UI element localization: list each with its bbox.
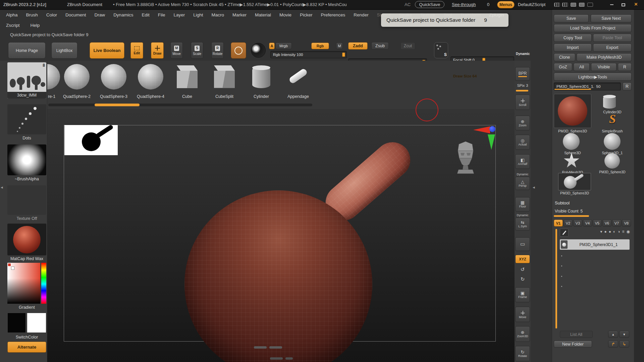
folder-move-up-button[interactable]: ↱ (608, 341, 618, 348)
live-boolean-button[interactable]: Live Boolean (90, 42, 124, 59)
scroll-handle[interactable] (270, 357, 283, 360)
eye-visibility-icon[interactable]: ◉ (627, 229, 630, 234)
save-next-button[interactable]: Save Next (591, 14, 632, 22)
rgb-intensity-slider[interactable]: Rgb Intensity 100 (270, 51, 347, 58)
menu-item-marker[interactable]: Marker (232, 12, 247, 17)
expand-icon[interactable]: ▾ (600, 229, 602, 234)
shelf-scrollbar-thumb[interactable] (95, 104, 140, 106)
transpose-display-button[interactable]: ▭ (515, 237, 530, 251)
canvas-hscroll-lower[interactable] (270, 357, 293, 360)
scroll-handle[interactable] (254, 346, 267, 349)
draw-button[interactable]: Draw (151, 42, 164, 59)
menu-item-brush[interactable]: Brush (26, 12, 38, 17)
subtool-list-scrollbar[interactable] (555, 229, 557, 328)
channel-mrgb-button[interactable]: Mrgb (275, 43, 292, 49)
zcut-button[interactable]: Zcut (400, 42, 415, 50)
stroke-thumbnail[interactable] (7, 104, 46, 134)
alpha-thumbnail[interactable] (7, 144, 46, 175)
persp-button[interactable]: △ Persp (515, 177, 530, 190)
scroll-tool-button[interactable]: Scroll (515, 95, 530, 110)
move-button[interactable]: M Move (170, 42, 183, 59)
menu-item-draw[interactable]: Draw (95, 12, 105, 17)
paste-tool-button[interactable]: Paste Tool (593, 34, 632, 42)
tool-thumb-simplebrush[interactable]: S (602, 110, 623, 128)
move-view-button[interactable]: Move (515, 307, 530, 322)
focal-s-icon[interactable]: S (434, 42, 448, 58)
menu-item-layer[interactable]: Layer (173, 12, 185, 17)
rotate-button[interactable]: R Rotate (211, 42, 224, 59)
gizmo-z-axis-dot[interactable] (489, 126, 495, 132)
menu-item-preferences[interactable]: Preferences (321, 12, 345, 17)
subtool-item-active[interactable]: PM3D_Sphere3D1_1 (560, 239, 630, 250)
menu-item-edit[interactable]: Edit (142, 12, 149, 17)
subtool-move-up-button[interactable]: ▲ (608, 331, 618, 338)
close-button[interactable]: × (632, 1, 640, 7)
hue-strip[interactable] (41, 263, 46, 304)
subtool-paint-button[interactable] (560, 229, 569, 237)
menu-item-picker[interactable]: Picker (300, 12, 313, 17)
menu-item-dynamics[interactable]: Dynamics (113, 12, 133, 17)
zsub-button[interactable]: Zsub (371, 42, 389, 50)
clone-button[interactable]: Clone (554, 53, 575, 61)
subtool-tab-v6[interactable]: V6 (602, 220, 611, 227)
list-all-button[interactable]: List All (560, 331, 593, 338)
zadd-button[interactable]: Zadd (348, 42, 368, 50)
tool-thumb-pm3d-sphere[interactable] (604, 153, 620, 169)
subtool-move-down-button[interactable]: ▼ (619, 331, 629, 338)
subtool-tab-v1[interactable]: V1 (554, 220, 563, 227)
rotate-ccw-button[interactable]: ↺ (515, 265, 530, 274)
stroke-picker[interactable] (231, 42, 246, 59)
channel-a-button[interactable]: A (269, 43, 275, 49)
goz-visible-button[interactable]: Visible (591, 63, 616, 71)
channel-rgb-button[interactable]: Rgb (311, 43, 329, 49)
tool-r-button[interactable]: R (623, 82, 632, 90)
spix-slider[interactable]: SPix 3 (515, 83, 531, 87)
halfshade2-icon[interactable]: ◑ (618, 229, 620, 234)
folder-move-down-button[interactable]: ↳ (619, 341, 629, 348)
subtool-tab-v4[interactable]: V4 (583, 220, 592, 227)
lightbox-button[interactable]: LightBox (51, 42, 77, 59)
rotate-view-button[interactable]: ↻ Rotate (515, 346, 530, 361)
menu-item-file[interactable]: File (158, 12, 165, 17)
alternate-button[interactable]: Alternate (7, 342, 46, 353)
xyz-symmetry-button[interactable]: XYZ (515, 255, 530, 263)
monitor-icon[interactable] (587, 3, 593, 7)
subtool-tab-v8[interactable]: V8 (622, 220, 631, 227)
default-zscript-button[interactable]: DefaultZScript (518, 2, 545, 7)
quickpick-item[interactable]: Appendage (280, 61, 317, 109)
menu-item-color[interactable]: Color (46, 12, 57, 17)
menu-item-document[interactable]: Document (65, 12, 86, 17)
right-tray-collapse-chevron[interactable]: ◂ (533, 185, 535, 190)
rotate-cw-button[interactable]: ↻ (515, 275, 530, 284)
subtool-tab-v7[interactable]: V7 (612, 220, 621, 227)
channel-m-button[interactable]: M (336, 43, 343, 49)
keyboard-icon[interactable] (571, 3, 576, 7)
polyframe-dot-icon[interactable]: ● (604, 229, 607, 234)
menu-item-zscript[interactable]: Zscript (6, 23, 20, 28)
import-button[interactable]: Import (554, 44, 592, 52)
menu-item-macro[interactable]: Macro (211, 12, 224, 17)
subtool-section-title[interactable]: Subtool (555, 200, 570, 205)
goz-r-button[interactable]: R (618, 63, 632, 71)
color-picker[interactable] (7, 263, 46, 304)
quickpick-item[interactable]: Cube (169, 61, 206, 109)
blend-icon[interactable]: ≡ (622, 229, 625, 234)
goz-button[interactable]: GoZ (554, 63, 572, 71)
zoom-tool-button[interactable]: ⊕ Zoom (515, 116, 530, 130)
scale-button[interactable]: S Scale (191, 42, 203, 59)
floor-button[interactable]: ▦ Floor (515, 197, 530, 212)
polyframe-dot2-icon[interactable]: ● (609, 229, 611, 234)
dynamic-mode-label[interactable]: Dynamic (516, 52, 530, 56)
lightbox-tools-button[interactable]: Lightbox▶Tools (554, 73, 632, 81)
frame-button[interactable]: ▣ Frame (515, 287, 530, 302)
zoom3d-button[interactable]: ⊕ Zoom3D (515, 326, 530, 342)
shelf-scrollbar-track[interactable] (48, 104, 312, 106)
menus-button[interactable]: Menus (497, 1, 515, 8)
scroll-handle[interactable] (285, 357, 293, 360)
subtool-display-toggles[interactable]: ▾ ● ● ◐ ◑ ≡ ◉ (576, 229, 630, 234)
load-tools-button[interactable]: Load Tools From Project (554, 24, 632, 32)
rgb-intensity-nub[interactable] (342, 53, 345, 57)
menu-item-alpha[interactable]: Alpha (6, 12, 18, 17)
quickpick-item[interactable]: QuadSphere-3 (95, 61, 132, 109)
left-tray-collapse-chevron[interactable]: ◂ (1, 185, 3, 190)
